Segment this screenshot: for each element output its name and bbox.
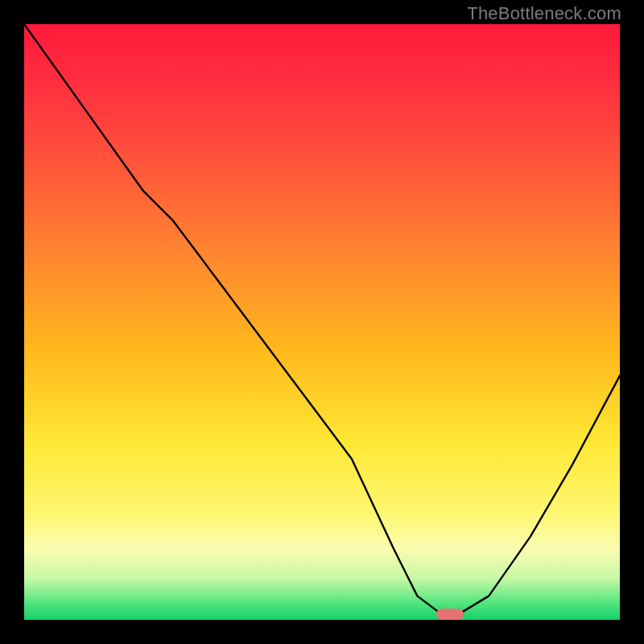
- optimum-marker: [436, 609, 464, 620]
- watermark-label: TheBottleneck.com: [467, 3, 621, 24]
- plot-area: [24, 24, 620, 620]
- chart-frame: TheBottleneck.com: [0, 0, 644, 644]
- bottleneck-curve: [24, 24, 620, 620]
